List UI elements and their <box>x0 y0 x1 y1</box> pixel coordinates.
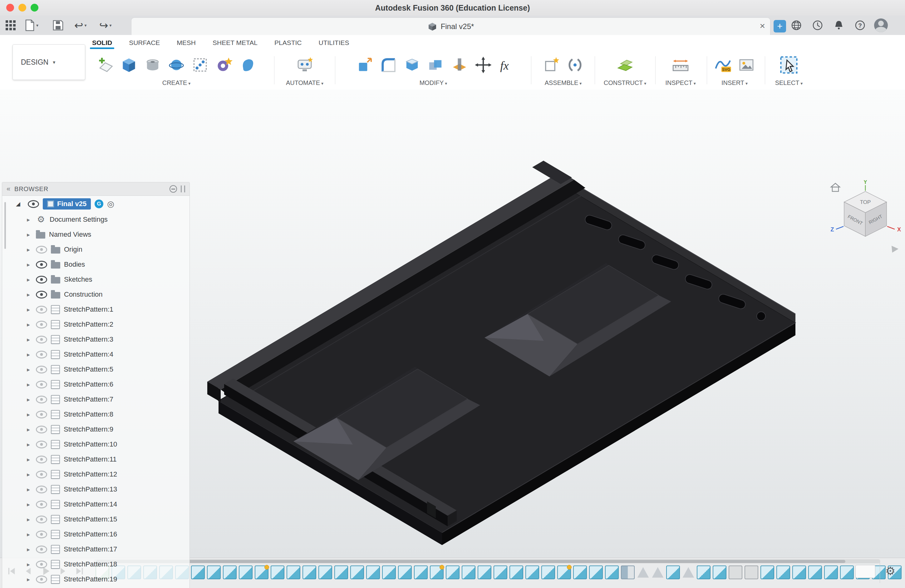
visibility-eye-icon[interactable] <box>36 261 47 269</box>
tab-surface[interactable]: SURFACE <box>121 39 168 46</box>
joint-button[interactable] <box>566 56 584 75</box>
disclosure-triangle-icon[interactable]: ▸ <box>25 441 32 448</box>
zoom-window-button[interactable] <box>30 4 38 11</box>
disclosure-triangle-icon[interactable]: ▸ <box>25 486 32 493</box>
browser-item[interactable]: ▸Named Views <box>2 227 189 242</box>
3d-model[interactable] <box>207 161 795 545</box>
disclosure-triangle-icon[interactable]: ▸ <box>25 381 32 388</box>
new-tab-button[interactable]: + <box>773 20 786 32</box>
visibility-eye-icon[interactable] <box>36 531 47 538</box>
visibility-eye-icon[interactable] <box>36 411 47 418</box>
tab-mesh[interactable]: MESH <box>168 39 204 46</box>
fillet-button[interactable] <box>379 56 397 75</box>
group-inspect-label[interactable]: INSPECT <box>665 79 696 86</box>
create-sketch-button[interactable] <box>97 56 114 75</box>
disclosure-triangle-icon[interactable]: ▸ <box>25 336 32 343</box>
visibility-eye-icon[interactable] <box>36 291 47 299</box>
browser-item[interactable]: ▸StretchPattern:19 <box>2 572 189 587</box>
press-pull-button[interactable] <box>356 56 373 75</box>
collapse-panel-icon[interactable]: « <box>6 185 11 193</box>
disclosure-triangle-icon[interactable]: ▸ <box>25 456 32 463</box>
browser-item[interactable]: ▸StretchPattern:16 <box>2 527 189 542</box>
thread-button[interactable] <box>215 56 233 75</box>
browser-item[interactable]: ▸StretchPattern:9 <box>2 422 189 437</box>
disclosure-triangle-icon[interactable]: ▸ <box>25 291 32 298</box>
measure-button[interactable] <box>672 56 689 75</box>
browser-item[interactable]: ▸Sketches <box>2 272 189 287</box>
visibility-eye-icon[interactable] <box>36 575 47 583</box>
automate-button[interactable] <box>296 56 313 75</box>
tab-utilities[interactable]: UTILITIES <box>310 39 358 46</box>
visibility-eye-icon[interactable] <box>36 440 47 448</box>
tab-plastic[interactable]: PLASTIC <box>266 39 310 46</box>
web-browser-button[interactable] <box>791 16 802 35</box>
disclosure-triangle-icon[interactable]: ▸ <box>25 396 32 403</box>
insert-image-button[interactable] <box>738 56 755 75</box>
disclosure-triangle-icon[interactable]: ▸ <box>25 576 32 583</box>
browser-item[interactable]: ▸StretchPattern:17 <box>2 542 189 557</box>
group-modify-label[interactable]: MODIFY <box>419 79 447 86</box>
change-parameters-button[interactable]: fx <box>498 59 510 72</box>
save-button[interactable] <box>52 16 64 35</box>
browser-item[interactable]: ▸StretchPattern:13 <box>2 482 189 497</box>
disclosure-triangle-icon[interactable]: ▸ <box>25 471 32 478</box>
browser-item[interactable]: ▸StretchPattern:6 <box>2 377 189 392</box>
browser-root-selected[interactable]: Final v25 <box>43 198 91 210</box>
user-avatar[interactable] <box>874 18 888 32</box>
group-construct-label[interactable]: CONSTRUCT <box>604 79 646 86</box>
disclosure-triangle-icon[interactable]: ▸ <box>25 261 32 268</box>
visibility-eye-icon[interactable] <box>36 501 47 509</box>
visibility-eye-icon[interactable] <box>36 396 47 404</box>
disclosure-triangle-icon[interactable]: ▸ <box>25 546 32 553</box>
form-button[interactable] <box>239 56 256 75</box>
browser-item[interactable]: ▸StretchPattern:14 <box>2 497 189 512</box>
visibility-eye-icon[interactable] <box>36 366 47 373</box>
browser-item[interactable]: ▸StretchPattern:7 <box>2 392 189 407</box>
move-copy-button[interactable] <box>475 56 492 75</box>
disclosure-triangle-icon[interactable]: ▸ <box>25 306 32 313</box>
undo-button[interactable]: ↩ ▾ <box>74 16 87 35</box>
new-component-button[interactable] <box>543 56 560 75</box>
group-create-label[interactable]: CREATE <box>162 79 191 86</box>
browser-item[interactable]: ▸StretchPattern:11 <box>2 452 189 467</box>
browser-item[interactable]: ▸StretchPattern:2 <box>2 317 189 332</box>
visibility-eye-icon[interactable] <box>36 516 47 523</box>
document-tab[interactable]: Final v25* × <box>131 17 770 35</box>
redo-button[interactable]: ↪ ▾ <box>99 16 112 35</box>
shell-button[interactable] <box>403 56 421 75</box>
browser-item[interactable]: ▸StretchPattern:20 <box>2 587 189 588</box>
panel-options-icon[interactable] <box>170 185 177 193</box>
visibility-eye-icon[interactable] <box>36 306 47 313</box>
view-cube[interactable]: Y X Z TOP FRONT RIGHT <box>824 180 905 264</box>
visibility-eye-icon[interactable] <box>36 470 47 478</box>
sweep-button[interactable] <box>168 56 185 75</box>
help-button[interactable]: ? <box>854 16 866 35</box>
disclosure-triangle-icon[interactable]: ▸ <box>25 216 32 223</box>
visibility-eye-icon[interactable] <box>28 200 39 208</box>
visibility-eye-icon[interactable] <box>36 456 47 463</box>
combine-button[interactable] <box>427 56 445 75</box>
insert-svg-button[interactable]: SVG <box>714 56 732 75</box>
visibility-eye-icon[interactable] <box>36 351 47 359</box>
visibility-eye-icon[interactable] <box>36 545 47 553</box>
close-tab-icon[interactable]: × <box>759 20 765 32</box>
browser-item[interactable]: ▸Construction <box>2 287 189 302</box>
disclosure-triangle-icon[interactable]: ▸ <box>25 366 32 373</box>
browser-item[interactable]: ▸StretchPattern:1 <box>2 302 189 317</box>
cloud-status-icon[interactable]: G <box>95 200 103 208</box>
group-automate-label[interactable]: AUTOMATE <box>286 79 324 86</box>
visibility-eye-icon[interactable] <box>36 246 47 254</box>
visibility-eye-icon[interactable] <box>36 561 47 568</box>
browser-item[interactable]: ▸StretchPattern:18 <box>2 557 189 572</box>
panel-drag-handle-icon[interactable] <box>181 186 185 192</box>
workspace-selector[interactable]: DESIGN <box>13 44 85 80</box>
disclosure-triangle-icon[interactable]: ▸ <box>25 351 32 358</box>
disclosure-triangle-icon[interactable]: ▸ <box>25 516 32 523</box>
disclosure-triangle-icon[interactable]: ▸ <box>25 531 32 538</box>
group-insert-label[interactable]: INSERT <box>721 79 748 86</box>
browser-scrollbar[interactable] <box>4 202 6 249</box>
browser-item[interactable]: ▸Bodies <box>2 257 189 272</box>
browser-root-row[interactable]: ◢ Final v25 G ◎ <box>2 196 189 212</box>
disclosure-triangle-icon[interactable]: ▸ <box>25 246 32 253</box>
browser-item[interactable]: ▸StretchPattern:12 <box>2 467 189 482</box>
